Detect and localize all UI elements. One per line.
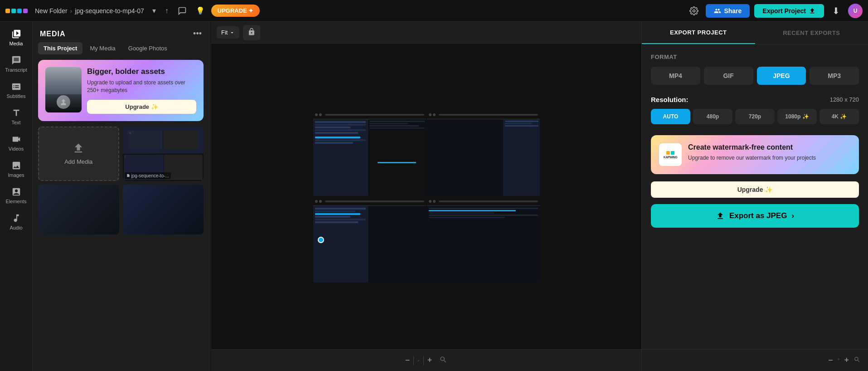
media-grid: Add Media ≡ ≡: [33, 127, 209, 181]
share-label: Share: [724, 7, 742, 15]
res-720p-btn[interactable]: 720p: [735, 109, 775, 124]
fit-button[interactable]: Fit: [217, 26, 239, 39]
breadcrumb-project[interactable]: jpg-sequence-to-mp4-07: [75, 7, 144, 15]
res-480p-btn[interactable]: 480p: [693, 109, 732, 124]
fit-label: Fit: [221, 29, 228, 36]
watermark-title: Create watermark-free content: [688, 143, 851, 151]
media-header: MEDIA •••: [33, 22, 209, 42]
topbar-right: Share Export Project ⬇ U: [687, 4, 863, 18]
upgrade-banner: Bigger, bolder assets Upgrade to upload …: [38, 60, 204, 121]
watermark-banner: KAPWING Create watermark-free content Up…: [651, 135, 859, 174]
add-media-label: Add Media: [64, 158, 92, 165]
watermark-upgrade-btn[interactable]: Upgrade ✨: [651, 181, 859, 198]
canvas-viewport[interactable]: [211, 44, 641, 349]
logo-square-blue: [17, 9, 22, 13]
canvas-frame: [313, 110, 540, 283]
right-panel-tabs: EXPORT PROJECT RECENT EXPORTS: [642, 22, 868, 44]
logo-square-teal: [11, 9, 16, 13]
svg-point-0: [693, 10, 695, 12]
zoom-out-canvas-btn[interactable]: −: [405, 356, 410, 365]
export-project-label: Export Project: [762, 7, 806, 15]
sidebar-item-subtitles[interactable]: Subtitles: [2, 78, 31, 103]
sidebar-label-audio: Audio: [10, 225, 22, 230]
upgrade-banner-title: Bigger, bolder assets: [87, 67, 196, 76]
upgrade-banner-desc: Upgrade to upload and store assets over …: [87, 79, 196, 94]
sidebar-item-audio[interactable]: Audio: [2, 210, 31, 234]
right-panel-content: Format MP4 GIF JPEG MP3 Resolution: 1280…: [642, 44, 868, 349]
zoom-in-canvas-btn[interactable]: +: [427, 356, 432, 365]
res-auto-btn[interactable]: AUTO: [651, 109, 690, 124]
tab-recent-exports[interactable]: RECENT EXPORTS: [755, 22, 868, 44]
share-button[interactable]: Share: [706, 4, 750, 18]
resolution-value: 1280 x 720: [830, 96, 859, 103]
tab-export-project[interactable]: EXPORT PROJECT: [642, 22, 755, 44]
breadcrumb-folder[interactable]: New Folder: [35, 7, 68, 15]
breadcrumb-separator: ›: [70, 7, 73, 15]
sidebar-label-transcript: Transcript: [5, 67, 27, 73]
sidebar-item-elements[interactable]: Elements: [2, 183, 31, 208]
logo-square-yellow: [5, 9, 10, 13]
media-tab-google-photos[interactable]: Google Photos: [123, 42, 173, 54]
sidebar-item-media[interactable]: Media: [2, 25, 31, 50]
timeline-marker[interactable]: [318, 237, 324, 243]
media-tab-my-media[interactable]: My Media: [84, 42, 121, 54]
sidebar-label-images: Images: [8, 172, 24, 178]
upload-btn[interactable]: ↑: [162, 5, 171, 17]
format-gif-btn[interactable]: GIF: [704, 67, 753, 85]
media-tabs: This Project My Media Google Photos: [33, 42, 209, 60]
format-mp3-btn[interactable]: MP3: [810, 67, 859, 85]
watermark-content: Create watermark-free content Upgrade to…: [688, 143, 851, 162]
export-as-jpeg-btn[interactable]: Export as JPEG ›: [651, 204, 859, 228]
media-file-label: jpg-sequence-to-...: [125, 172, 171, 179]
res-1080p-btn[interactable]: 1080p ✨: [777, 109, 817, 124]
resolution-label: Resolution:: [651, 96, 689, 103]
media-tab-this-project[interactable]: This Project: [38, 42, 82, 54]
export-button-label: Export as JPEG: [729, 211, 787, 220]
settings-btn[interactable]: [687, 5, 701, 17]
main-layout: Media Transcript Subtitles Text Videos I…: [0, 22, 868, 371]
right-panel-bottom: − ° +: [642, 349, 868, 371]
bulb-btn[interactable]: 💡: [193, 5, 208, 17]
resolution-row: Resolution: 1280 x 720: [651, 96, 859, 103]
canvas-area: Fit: [211, 22, 641, 371]
avatar[interactable]: U: [848, 4, 863, 18]
upgrade-button[interactable]: UPGRADE ✦: [211, 5, 260, 17]
media-grid-row2: [33, 181, 209, 238]
dropdown-btn[interactable]: ▾: [150, 5, 159, 17]
search-canvas-btn[interactable]: [439, 356, 447, 366]
sidebar-item-videos[interactable]: Videos: [2, 131, 31, 155]
format-jpeg-btn[interactable]: JPEG: [757, 67, 806, 85]
resolution-options: AUTO 480p 720p 1080p ✨ 4K ✨: [651, 109, 859, 124]
media-thumbnail-3[interactable]: [123, 185, 204, 234]
export-project-button[interactable]: Export Project: [754, 4, 824, 18]
topbar-actions: ▾ ↑ 💡 UPGRADE ✦: [150, 5, 260, 17]
sidebar-item-transcript[interactable]: Transcript: [2, 52, 31, 76]
sidebar-item-text[interactable]: Text: [2, 104, 31, 129]
res-4k-btn[interactable]: 4K ✨: [820, 109, 859, 124]
zoom-indicator: ◦: [417, 357, 419, 364]
media-thumbnail-1[interactable]: ≡ ≡ jpg-sequence-to-...: [123, 127, 204, 181]
search-btn[interactable]: [853, 356, 861, 365]
timeline-divider: [413, 356, 414, 365]
add-media-btn[interactable]: Add Media: [38, 127, 119, 181]
export-chevron: ›: [791, 211, 794, 220]
format-mp4-btn[interactable]: MP4: [651, 67, 700, 85]
zoom-out-btn[interactable]: −: [828, 356, 833, 365]
media-panel: MEDIA ••• This Project My Media Google P…: [33, 22, 209, 371]
left-sidebar: Media Transcript Subtitles Text Videos I…: [0, 22, 33, 371]
logo-square-purple: [23, 9, 28, 13]
download-button[interactable]: ⬇: [829, 4, 844, 18]
zoom-in-btn[interactable]: +: [844, 356, 849, 365]
format-options: MP4 GIF JPEG MP3: [651, 67, 859, 85]
upgrade-banner-button[interactable]: Upgrade ✨: [87, 100, 196, 114]
media-thumbnail-2[interactable]: [38, 185, 119, 234]
upgrade-banner-image: [45, 67, 82, 112]
kapwing-logo: KAPWING: [659, 143, 682, 166]
media-more-btn[interactable]: •••: [193, 29, 202, 39]
zoom-dot: °: [838, 357, 840, 364]
sidebar-item-images[interactable]: Images: [2, 157, 31, 181]
lock-button[interactable]: [243, 25, 260, 40]
upgrade-banner-content: Bigger, bolder assets Upgrade to upload …: [87, 67, 196, 114]
comment-btn[interactable]: [175, 5, 189, 17]
canvas-toolbar: Fit: [211, 22, 641, 44]
